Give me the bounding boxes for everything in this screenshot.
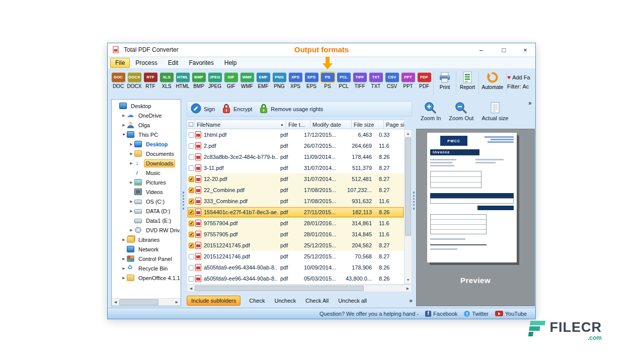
format-doc-button[interactable]: DOCDOC [110,72,126,89]
tree-item-network[interactable]: Network [112,244,181,254]
print-button[interactable]: Print [434,71,455,90]
scroll-down-arrow-icon[interactable]: ▼ [405,276,412,284]
expand-arrow-icon[interactable]: ▶ [128,161,134,165]
scrollbar-thumb[interactable] [195,286,364,291]
check-all-button[interactable]: Check All [304,296,330,305]
uncheck-button[interactable]: Uncheck [273,296,297,305]
file-row[interactable]: ✓333_Combine.pdfpdf17/08/2015...931,6321… [187,196,404,207]
file-row[interactable]: 1html.pdfpdf17/12/2015...6,4630.33 [187,129,404,140]
document-thumbnail[interactable]: PWCC invoice [427,133,517,262]
menu-help[interactable]: Help [219,58,242,68]
format-csv-button[interactable]: CSVCSV [384,72,400,89]
tree-item-olga[interactable]: ▶Olga [112,120,181,130]
file-row[interactable]: a505fda9-ee96-4344-90ab-8...pdf10/09/201… [187,262,404,273]
tree-item-music[interactable]: Music [112,168,181,177]
minimize-button[interactable]: – [470,43,493,56]
select-column-header[interactable] [187,120,195,129]
row-checkbox[interactable]: ✓ [189,199,194,204]
filter-control[interactable]: Filter: Ac [507,82,537,91]
file-row[interactable]: ✓97557904.pdfpdf28/01/2016...314,86111.6 [187,218,404,229]
column-modify-date[interactable]: Modify date [310,120,352,129]
file-row[interactable]: ✓12-20.pdfpdf31/07/2014...512,4818.27 [187,173,404,185]
expand-arrow-icon[interactable]: ▶ [128,180,134,185]
expand-arrow-icon[interactable]: ▶ [128,209,134,213]
row-checkbox[interactable] [189,154,194,160]
row-checkbox[interactable] [189,132,194,138]
row-checkbox[interactable]: ✓ [189,232,194,237]
format-ps-button[interactable]: PSPS [319,72,336,89]
report-button[interactable]: Report [457,71,478,90]
file-row[interactable]: ✓201512241745.pdfpdf25/12/2015...204,562… [187,240,404,251]
row-checkbox[interactable] [189,265,194,270]
format-wmf-button[interactable]: WMFWMF [239,72,255,89]
column-page-size[interactable]: Page siz [384,120,404,129]
format-pdf-button[interactable]: PDFPDF [416,72,432,89]
tree-item-data1-e[interactable]: Data1 (E:) [112,216,181,225]
menu-favorites[interactable]: Favorites [184,58,218,68]
preview-toolbar-more-chevrons[interactable]: » [528,100,531,107]
row-checkbox[interactable]: ✓ [189,176,194,182]
format-xls-button[interactable]: XLSXLS [158,72,175,89]
more-buttons-chevrons[interactable]: » [409,297,412,304]
tree-item-dvd-rw-driv[interactable]: ▶DVD RW Driv... [112,225,181,235]
tree-item-data-d[interactable]: ▶DATA (D:) [112,206,181,216]
zoom-in-button[interactable]: Zoom In [421,101,441,126]
youtube-link[interactable]: YouTube [495,311,527,317]
table-vertical-scrollbar[interactable]: ▲ ▼ [404,129,412,284]
row-checkbox[interactable]: ✓ [189,243,194,248]
sign-button[interactable]: Sign [204,106,215,112]
file-row[interactable]: ✓97557905.pdfpdf28/01/2016...314,84511.6 [187,229,404,240]
file-row[interactable]: 2c83a8bb-3ce2-484c-b779-b...pdf11/09/201… [187,151,404,162]
expand-arrow-icon[interactable]: ▶ [128,228,134,232]
format-png-button[interactable]: PNGPNG [271,72,287,89]
tree-item-desktop[interactable]: Desktop [112,101,181,111]
tree-item-control-panel[interactable]: ▶Control Panel [112,254,181,263]
actual-size-button[interactable]: Actual size [481,101,508,126]
table-horizontal-scrollbar[interactable]: ◀ ▶ [187,285,412,292]
tree-item-videos[interactable]: Videos [112,187,181,197]
remove-usage-rights-button[interactable]: Remove usage rights [271,106,323,112]
file-row[interactable]: 2.pdfpdf26/07/2015...264,66911.6 [187,140,404,151]
file-row[interactable]: a505fda9-ee96-4344-90ab-8...pdf05/03/201… [187,273,404,284]
expand-arrow-icon[interactable]: ▶ [121,276,127,280]
include-subfolders-button[interactable]: Include subfolders [187,296,240,306]
scroll-left-arrow-icon[interactable]: ◀ [112,299,119,306]
scroll-left-arrow-icon[interactable]: ◀ [187,285,195,292]
expand-arrow-icon[interactable]: ▶ [128,142,134,146]
expand-arrow-icon[interactable]: ▶ [121,114,127,118]
format-xps-button[interactable]: XPSXPS [287,72,303,89]
scroll-right-arrow-icon[interactable]: ▶ [173,299,181,306]
expand-arrow-icon[interactable]: ▶ [121,257,127,261]
row-checkbox[interactable] [189,254,194,259]
row-checkbox[interactable] [189,165,194,171]
menu-file[interactable]: File [110,58,130,68]
file-row[interactable]: ✓22_Combine.pdfpdf17/08/2015...107,232..… [187,185,404,196]
format-jpeg-button[interactable]: JPEGJPEG [207,72,223,89]
tree-item-pictures[interactable]: ▶Pictures [112,177,181,187]
tree-item-desktop[interactable]: ▶Desktop [112,139,181,149]
row-checkbox[interactable] [189,276,194,282]
format-bmp-button[interactable]: BMPBMP [191,72,207,89]
tree-item-this-pc[interactable]: ▼This PC [112,130,181,139]
row-checkbox[interactable]: ✓ [189,188,194,193]
close-button[interactable]: × [515,43,535,56]
file-row[interactable]: 3-11.pdfpdf31/07/2014...511,3798.27 [187,162,404,173]
tree-item-os-c[interactable]: ▶OS (C:) [112,197,181,206]
tree-item-onedrive[interactable]: ▶OneDrive [112,111,181,120]
scrollbar-thumb[interactable] [405,137,411,236]
twitter-link[interactable]: Twitter [464,311,488,317]
tree-item-documents[interactable]: ▶Documents [112,149,181,158]
format-gif-button[interactable]: GIFGIF [223,72,239,89]
expand-arrow-icon[interactable]: ▶ [128,152,134,156]
row-checkbox[interactable]: ✓ [189,221,194,226]
format-pcl-button[interactable]: PCLPCL [336,72,352,89]
format-rtf-button[interactable]: RTFRTF [142,72,158,89]
format-docx-button[interactable]: DOCXDOCX [126,72,142,89]
facebook-link[interactable]: Facebook [425,311,457,317]
column-filetype[interactable]: File t... [286,120,310,129]
column-filename[interactable]: FileName ▲ [195,120,286,129]
column-file-size[interactable]: File size [352,120,384,129]
tree-item-openoffice-4-1-1[interactable]: ▶OpenOffice 4.1.1... [112,273,181,283]
scroll-up-arrow-icon[interactable]: ▲ [405,130,412,137]
collapse-arrow-icon[interactable]: ▼ [121,133,127,136]
